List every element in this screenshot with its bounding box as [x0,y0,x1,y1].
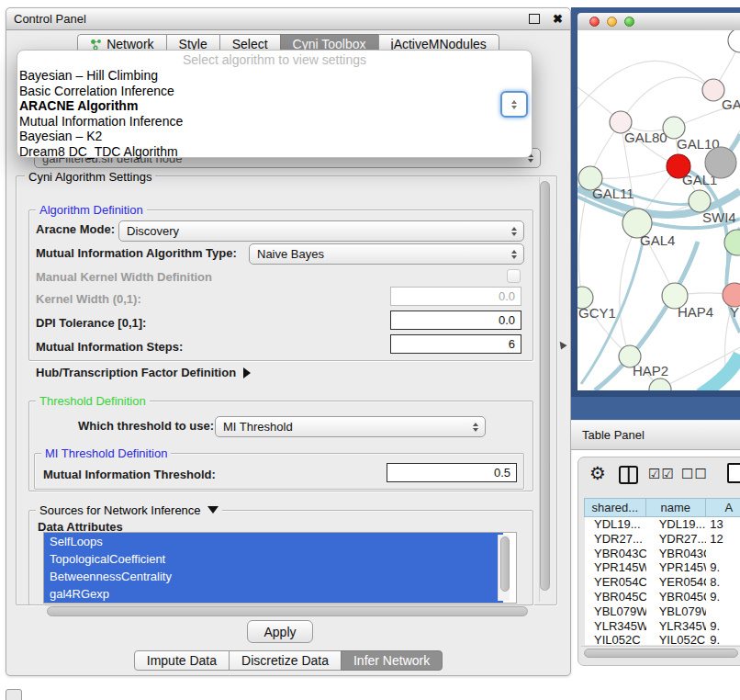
attributes-scrollbar-track[interactable] [498,535,510,601]
kernel-width-field[interactable]: 0.0 [390,287,521,306]
aracne-mode-combobox[interactable]: Discovery [118,220,524,242]
attribute-list-item[interactable]: SelfLoops [44,533,503,550]
table-cell: YDR27... [646,532,707,547]
deselect-all-checkboxes-icon[interactable]: ☐☐ [681,466,708,482]
node-label: GCY1 [578,305,616,321]
table-body: YDL19...YDL19...13YDR27...YDR27...12YBR0… [585,517,740,645]
table-cell: YBR045C [585,590,646,604]
desktop: { "control_panel": { "title": "Control P… [0,0,740,700]
apply-button[interactable]: Apply [247,620,313,643]
network-canvas[interactable]: GALGAL80GAL10GAL1GAL11SWI4GAL4GCY1HAP4YH… [577,30,740,390]
attribute-list-item[interactable]: BetweennessCentrality [44,568,503,585]
node-label: HAP2 [633,363,668,378]
network-graph[interactable]: GALGAL80GAL10GAL1GAL11SWI4GAL4GCY1HAP4YH… [577,30,740,390]
hub-definition-label: Hub/Transcription Factor Definition [36,366,236,379]
control-panel-titlebar[interactable]: Control Panel ✖ [6,8,570,30]
hub-definition-toggle[interactable]: Hub/Transcription Factor Definition [36,366,251,379]
table-row[interactable]: YLR345WYLR345W9. [585,619,740,634]
algorithm-popup-placeholder: Select algorithm to view settings [17,52,532,68]
algorithm-definition-legend: Algorithm Definition [36,203,147,217]
gear-icon[interactable]: ⚙ [589,462,606,484]
table-row[interactable]: YPR145WYPR145W9. [585,560,740,575]
float-window-icon[interactable] [529,14,540,24]
tab-impute-data[interactable]: Impute Data [134,650,230,671]
table-hscrollbar-thumb[interactable] [584,649,738,658]
algorithm-popup-item[interactable]: Basic Correlation Inference [17,84,532,99]
network-node[interactable] [705,147,736,178]
mi-threshold-value: 0.5 [494,466,510,480]
settings-hscrollbar-track[interactable] [45,605,532,616]
mi-threshold-label: Mutual Information Threshold: [43,468,216,481]
network-node[interactable] [728,30,740,52]
node-label: Y [730,304,739,320]
table-panel-titlebar[interactable]: Table Panel [571,420,740,450]
algorithm-popup-item[interactable]: Bayesian – Hill Climbing [17,68,532,84]
table-row[interactable]: YER054CYER054C8. [585,575,740,590]
combo-arrows-icon [511,250,517,259]
desktop-background [571,397,740,420]
settings-hscrollbar-thumb[interactable] [47,606,528,616]
algorithm-popup: Select algorithm to view settings Bayesi… [17,50,533,158]
tab-infer-network[interactable]: Infer Network [341,650,443,671]
data-attributes-list[interactable]: SelfLoopsTopologicalCoefficientBetweenne… [43,532,517,604]
table-cell: 9. [706,560,740,575]
mi-type-combobox[interactable]: Naive Bayes [249,243,524,265]
tab-label: Discretize Data [241,651,329,670]
new-table-icon[interactable] [727,463,740,483]
columns-icon[interactable] [619,466,638,484]
cyni-settings-legend: Cyni Algorithm Settings [25,170,155,184]
close-traffic-light[interactable] [589,17,600,27]
attributes-scrollbar-thumb[interactable] [500,536,510,592]
table-cell: YBR043C [646,547,707,561]
expanded-arrow-icon [207,506,219,514]
table-cell: YDR27... [585,532,646,547]
table-column-header[interactable]: shared... [584,498,646,517]
table-row[interactable]: YBR043CYBR043C [585,547,740,561]
kernel-width-label: Kernel Width (0,1): [36,292,141,306]
table-row[interactable]: YBL079WYBL079W [585,604,740,619]
sources-legend[interactable]: Sources for Network Inference [36,503,222,517]
table-row[interactable]: YDR27...YDR27...12 [585,532,740,547]
network-icon [90,39,102,51]
mi-threshold-field[interactable]: 0.5 [387,463,517,482]
zoom-traffic-light[interactable] [624,17,634,27]
node-label: GAL4 [640,232,675,248]
kernel-width-value: 0.0 [499,289,515,303]
manual-kernel-checkbox[interactable] [507,269,521,283]
tab-label: Infer Network [353,651,430,670]
aracne-mode-value: Discovery [127,224,179,238]
attribute-list-item[interactable]: gal4RGexp [44,585,503,603]
table-cell: YDL19... [646,517,707,532]
table-cell: YPR145W [646,560,707,575]
mi-type-value: Naive Bayes [257,247,324,261]
table-row[interactable]: YDL19...YDL19...13 [585,517,740,532]
close-icon[interactable]: ✖ [553,13,563,25]
table-cell: YLR345W [646,619,707,634]
algorithm-popup-item[interactable]: Bayesian – K2 [17,129,532,144]
focused-spinner-fragment[interactable] [500,91,528,118]
algorithm-popup-item[interactable]: Dream8 DC_TDC Algorithm [17,144,532,160]
tab-discretize-data[interactable]: Discretize Data [229,650,342,671]
minimize-traffic-light[interactable] [607,17,617,27]
settings-scrollbar-thumb[interactable] [540,181,550,591]
which-threshold-combobox[interactable]: MI Threshold [215,416,486,437]
table-row[interactable]: YBR045CYBR045C9. [585,590,740,604]
network-window-titlebar[interactable] [577,13,740,30]
table-hscrollbar-track[interactable] [581,646,740,658]
minimized-panel-icon[interactable] [6,689,22,700]
algorithm-popup-item[interactable]: Mutual Information Inference [17,114,532,130]
tab-label: Impute Data [147,651,217,670]
algorithm-popup-item[interactable]: ARACNE Algorithm [17,98,532,114]
table-cell: 8. [706,575,740,590]
table-cell [706,547,740,561]
table-cell: YBR045C [646,590,707,604]
mi-steps-field[interactable]: 6 [390,334,521,354]
table-row[interactable]: YIL052CYIL052C9. [585,633,740,645]
attribute-list-item[interactable]: TopologicalCoefficient [44,550,503,568]
select-all-checkboxes-icon[interactable]: ☑☑ [648,466,675,482]
table-column-header[interactable]: name [645,498,706,517]
table-column-header[interactable]: A [705,498,740,517]
table-cell: YLR345W [585,619,646,634]
table-cell [706,604,740,619]
dpi-tolerance-field[interactable]: 0.0 [390,310,521,330]
